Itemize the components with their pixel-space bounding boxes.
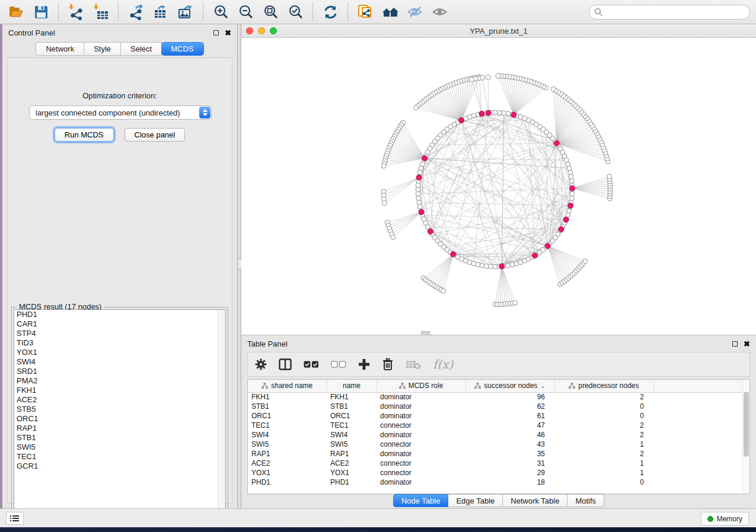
- table-cell[interactable]: 2: [554, 392, 653, 402]
- table-cell[interactable]: SWI5: [248, 440, 327, 449]
- tab-motifs[interactable]: Motifs: [567, 494, 604, 507]
- table-cell[interactable]: 1: [554, 440, 653, 449]
- table-cell[interactable]: dominator: [377, 449, 465, 459]
- zoom-in-icon[interactable]: [210, 2, 231, 21]
- float-table-panel-icon[interactable]: [732, 341, 738, 347]
- column-header-shared-name[interactable]: shared name: [248, 380, 327, 392]
- mcds-result-item[interactable]: TEC1: [14, 452, 225, 462]
- column-header-successor-nodes[interactable]: successor nodes⌄: [465, 380, 554, 392]
- table-cell[interactable]: 35: [465, 449, 554, 459]
- table-cell[interactable]: YOX1: [327, 468, 377, 477]
- select-all-rows-icon[interactable]: [304, 355, 319, 373]
- export-image-icon[interactable]: [176, 2, 196, 21]
- clone-network-icon[interactable]: [355, 2, 375, 21]
- zoom-selected-icon[interactable]: [285, 2, 305, 21]
- table-row[interactable]: STB1STB1dominator620: [248, 402, 742, 411]
- sort-chevron-icon[interactable]: ⌄: [540, 383, 545, 389]
- mcds-result-item[interactable]: CAR1: [14, 319, 225, 329]
- mcds-result-item[interactable]: STP4: [14, 329, 225, 338]
- table-cell[interactable]: PHD1: [327, 477, 377, 487]
- tab-network[interactable]: Network: [36, 42, 84, 56]
- zoom-fit-icon[interactable]: [260, 2, 280, 21]
- column-header-name[interactable]: name: [327, 380, 377, 392]
- table-row[interactable]: ACE2ACE2connector311: [248, 459, 742, 468]
- column-header-mcds-role[interactable]: MCDS role: [377, 380, 465, 392]
- network-canvas[interactable]: [241, 38, 756, 334]
- table-row[interactable]: ORC1ORC1dominator610: [248, 411, 742, 421]
- memory-button[interactable]: Memory: [701, 512, 749, 525]
- table-cell[interactable]: dominator: [377, 477, 465, 487]
- tab-network-table[interactable]: Network Table: [503, 494, 567, 507]
- run-mcds-button[interactable]: Run MCDS: [55, 128, 114, 142]
- mcds-result-item[interactable]: PHD1: [14, 310, 225, 319]
- mcds-result-item[interactable]: PMA2: [14, 376, 225, 386]
- table-cell[interactable]: ACE2: [248, 459, 327, 468]
- close-panel-button[interactable]: Close panel: [125, 128, 186, 142]
- table-cell[interactable]: 96: [465, 392, 554, 402]
- table-cell[interactable]: connector: [377, 440, 465, 449]
- import-table-icon[interactable]: [91, 2, 111, 21]
- table-cell[interactable]: dominator: [377, 392, 465, 402]
- table-cell[interactable]: connector: [377, 421, 465, 430]
- table-row[interactable]: PHD1PHD1dominator180: [248, 477, 742, 487]
- table-cell[interactable]: dominator: [377, 411, 465, 421]
- table-cell[interactable]: 43: [465, 440, 554, 449]
- delete-columns-icon[interactable]: [382, 355, 394, 373]
- refresh-icon[interactable]: [320, 2, 340, 21]
- import-network-icon[interactable]: [66, 2, 86, 21]
- table-cell[interactable]: TEC1: [248, 421, 327, 430]
- mcds-result-list[interactable]: PHD1CAR1STP4TID3YOX1SWI4SRD1PMA2FKH1ACE2…: [14, 309, 226, 523]
- tab-node-table[interactable]: Node Table: [393, 494, 449, 507]
- table-cell[interactable]: 61: [465, 411, 554, 421]
- table-cell[interactable]: YOX1: [248, 468, 327, 477]
- table-cell[interactable]: PHD1: [248, 477, 327, 487]
- delete-table-icon[interactable]: [406, 355, 421, 373]
- open-file-icon[interactable]: [6, 2, 26, 21]
- table-cell[interactable]: dominator: [377, 430, 465, 440]
- mcds-result-item[interactable]: SRD1: [14, 367, 225, 376]
- table-cell[interactable]: 1: [554, 468, 653, 477]
- table-scrollbar-thumb[interactable]: [744, 392, 749, 457]
- toggle-columns-icon[interactable]: [279, 355, 292, 373]
- table-cell[interactable]: 0: [554, 402, 653, 411]
- tab-select[interactable]: Select: [121, 42, 162, 56]
- table-cell[interactable]: RAP1: [327, 449, 377, 459]
- table-cell[interactable]: dominator: [377, 402, 465, 411]
- table-row[interactable]: SWI5SWI5connector431: [248, 440, 742, 449]
- table-cell[interactable]: connector: [377, 468, 465, 477]
- window-zoom-icon[interactable]: [270, 27, 277, 34]
- table-cell[interactable]: SWI4: [327, 430, 377, 440]
- table-cell[interactable]: SWI4: [248, 430, 327, 440]
- export-network-icon[interactable]: [126, 2, 146, 21]
- mcds-result-item[interactable]: ACE2: [14, 395, 225, 405]
- show-all-icon[interactable]: [430, 2, 450, 21]
- table-cell[interactable]: 2: [554, 421, 653, 430]
- table-cell[interactable]: 1: [554, 459, 653, 468]
- close-panel-icon[interactable]: ✖: [225, 29, 231, 37]
- table-cell[interactable]: 62: [465, 402, 554, 411]
- deselect-all-rows-icon[interactable]: [331, 355, 346, 373]
- mcds-result-item[interactable]: STB5: [14, 405, 225, 414]
- table-row[interactable]: RAP1RAP1dominator352: [248, 449, 742, 459]
- table-cell[interactable]: connector: [377, 459, 465, 468]
- table-cell[interactable]: RAP1: [248, 449, 327, 459]
- table-cell[interactable]: 18: [465, 477, 554, 487]
- float-panel-icon[interactable]: [213, 30, 219, 36]
- mcds-result-item[interactable]: FKH1: [14, 386, 225, 395]
- export-table-icon[interactable]: [151, 2, 171, 21]
- table-row[interactable]: TEC1TEC1connector472: [248, 421, 742, 430]
- search-input[interactable]: [589, 5, 750, 20]
- column-header-predecessor-nodes[interactable]: predecessor nodes: [554, 380, 653, 392]
- mcds-result-item[interactable]: SWI4: [14, 357, 225, 367]
- function-builder-icon[interactable]: f(x): [433, 355, 453, 373]
- mcds-result-item[interactable]: STB1: [14, 433, 225, 443]
- hide-selected-icon[interactable]: [405, 2, 425, 21]
- mcds-result-item[interactable]: ORC1: [14, 414, 225, 424]
- table-cell[interactable]: 47: [465, 421, 554, 430]
- table-cell[interactable]: ACE2: [327, 459, 377, 468]
- table-cell[interactable]: SWI5: [327, 440, 377, 449]
- table-cell[interactable]: 2: [554, 430, 653, 440]
- vertical-splitter[interactable]: [237, 24, 241, 508]
- mcds-result-item[interactable]: SWI5: [14, 443, 225, 452]
- table-cell[interactable]: STB1: [248, 402, 327, 411]
